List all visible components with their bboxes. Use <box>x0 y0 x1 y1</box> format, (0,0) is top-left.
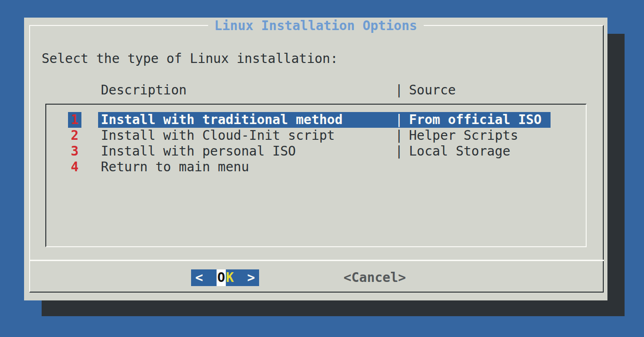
installation-options-dialog: Linux Installation Options Select the ty… <box>24 18 607 300</box>
column-header-row: Description | Source <box>24 82 607 98</box>
menu-item-tag: 2 <box>68 128 81 144</box>
prompt-text: Select the type of Linux installation: <box>42 51 338 67</box>
cancel-button[interactable]: <Cancel> <box>344 269 406 286</box>
column-divider: | <box>395 144 403 159</box>
ok-button-close-bracket: > <box>247 269 255 286</box>
ok-button-label: O K <box>217 269 234 286</box>
ok-button[interactable]: < O K > <box>191 269 259 286</box>
menu-item-2[interactable]: 2Install with Cloud-Init script|Helper S… <box>46 128 586 144</box>
ok-button-hotkey-char: K <box>226 269 234 286</box>
dialog-title: Linux Installation Options <box>208 19 423 33</box>
menu-listbox: 1Install with traditional method|From of… <box>45 104 587 247</box>
button-area-separator <box>29 260 604 261</box>
menu-item-tag: 1 <box>68 112 81 128</box>
ok-button-cursor-char: O <box>217 269 226 286</box>
column-divider: | <box>395 112 403 128</box>
ok-button-open-bracket: < <box>195 269 203 286</box>
menu-item-tag: 4 <box>68 159 81 175</box>
menu-item-3[interactable]: 3Install with personal ISO|Local Storage <box>46 144 586 159</box>
menu-rows: 1Install with traditional method|From of… <box>46 105 586 246</box>
menu-item-1[interactable]: 1Install with traditional method|From of… <box>46 112 586 128</box>
menu-item-description: Install with traditional method <box>101 112 343 128</box>
terminal-screen: Linux Installation Options Select the ty… <box>0 0 644 337</box>
column-divider: | <box>395 82 403 98</box>
menu-item-source: Local Storage <box>409 144 510 159</box>
menu-item-description: Return to main menu <box>101 159 249 175</box>
column-header-description: Description <box>101 82 186 98</box>
menu-item-description: Install with personal ISO <box>101 144 296 159</box>
menu-item-4[interactable]: 4Return to main menu <box>46 159 586 175</box>
column-divider: | <box>395 128 403 144</box>
menu-item-tag: 3 <box>68 144 81 159</box>
column-header-source: Source <box>409 82 456 98</box>
menu-item-source: Helper Scripts <box>409 128 518 144</box>
menu-item-source: From official ISO <box>409 112 542 128</box>
menu-item-description: Install with Cloud-Init script <box>101 128 335 144</box>
